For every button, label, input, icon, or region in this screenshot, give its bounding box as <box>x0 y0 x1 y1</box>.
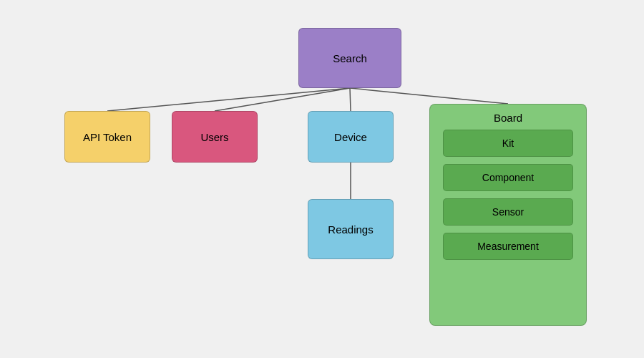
board-title: Board <box>430 105 586 130</box>
device-label: Device <box>334 131 367 143</box>
measurement-item: Measurement <box>443 233 573 260</box>
board-node: Board Kit Component Sensor Measurement <box>429 104 587 326</box>
diagram-container: Search API Token Users Device Readings B… <box>0 0 644 358</box>
search-label: Search <box>333 52 367 64</box>
measurement-label: Measurement <box>477 241 539 252</box>
svg-line-3 <box>350 88 508 104</box>
api-token-label: API Token <box>83 131 132 143</box>
readings-node: Readings <box>308 199 394 259</box>
component-item: Component <box>443 164 573 191</box>
api-token-node: API Token <box>64 111 150 163</box>
users-label: Users <box>200 131 228 143</box>
readings-label: Readings <box>328 223 373 236</box>
svg-line-2 <box>350 88 351 111</box>
sensor-item: Sensor <box>443 198 573 226</box>
board-items: Kit Component Sensor Measurement <box>430 130 586 260</box>
kit-label: Kit <box>502 137 514 149</box>
kit-item: Kit <box>443 130 573 157</box>
svg-line-1 <box>215 88 350 111</box>
component-label: Component <box>482 172 534 183</box>
search-node: Search <box>298 28 401 88</box>
sensor-label: Sensor <box>492 206 524 218</box>
svg-line-0 <box>107 88 350 111</box>
device-node: Device <box>308 111 394 163</box>
users-node: Users <box>172 111 258 163</box>
